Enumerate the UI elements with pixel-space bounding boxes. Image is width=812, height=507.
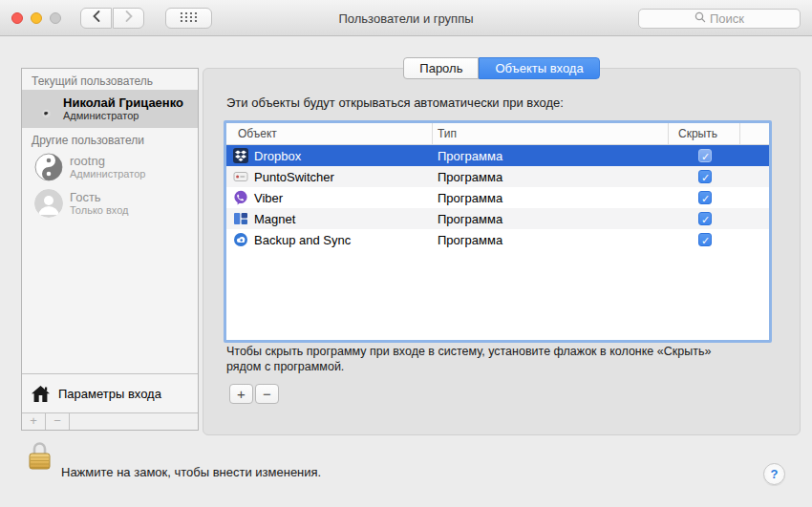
login-items-add-remove: + − [229, 384, 279, 404]
app-name: Backup and Sync [254, 233, 351, 247]
puntoswitcher-icon [233, 169, 248, 184]
hide-checkbox[interactable] [698, 212, 712, 225]
hide-checkbox[interactable] [698, 170, 712, 183]
hide-checkbox[interactable] [698, 149, 712, 162]
guest-avatar [34, 189, 63, 218]
table-row[interactable]: Magnet Программа [226, 208, 769, 229]
app-name: PuntoSwitcher [254, 170, 334, 184]
table-row[interactable]: PuntoSwitcher Программа [226, 166, 769, 187]
app-name: Viber [254, 191, 283, 205]
column-header-type[interactable]: Тип [433, 123, 669, 144]
user-name: Гость [70, 190, 129, 204]
users-groups-window: Пользователи и группы Поиск Текущий поль… [0, 0, 812, 507]
footer: Нажмите на замок, чтобы внести изменения… [0, 450, 812, 507]
hide-checkbox[interactable] [698, 191, 712, 204]
column-header-trailing [740, 123, 769, 144]
hide-checkbox[interactable] [698, 233, 712, 246]
user-name: rootng [70, 154, 145, 168]
lock-closed-icon[interactable] [28, 438, 52, 475]
current-user-header: Текущий пользователь [22, 69, 198, 90]
help-button[interactable]: ? [763, 463, 785, 485]
sidebar-item-user[interactable]: rootng Администратор [22, 149, 198, 185]
login-options-label: Параметры входа [58, 387, 161, 401]
app-type: Программа [433, 170, 669, 184]
current-user-name: Николай Грицаенко [63, 95, 183, 110]
lock-hint-text: Нажмите на замок, чтобы внести изменения… [61, 465, 321, 479]
yinyang-avatar [34, 153, 63, 181]
title-bar: Пользователи и группы Поиск [0, 0, 812, 36]
user-role: Администратор [70, 168, 145, 180]
other-users-header: Другие пользователи [22, 128, 198, 149]
tab-password[interactable]: Пароль [403, 57, 479, 79]
column-header-object[interactable]: Объект [226, 123, 433, 144]
app-type: Программа [433, 191, 669, 205]
table-header: Объект Тип Скрыть [226, 123, 769, 145]
remove-login-item-button[interactable]: − [255, 384, 279, 404]
add-login-item-button[interactable]: + [229, 384, 253, 404]
user-role: Только вход [70, 204, 129, 217]
viber-icon [233, 190, 248, 205]
app-type: Программа [433, 233, 669, 247]
app-name: Dropbox [254, 149, 301, 163]
magnet-icon [233, 211, 248, 226]
search-placeholder: Поиск [710, 11, 744, 26]
user-list-sidebar: Текущий пользователь Николай Грицаенко А… [21, 68, 199, 431]
eightball-avatar [28, 95, 56, 123]
tab-login-items[interactable]: Объекты входа [479, 57, 599, 79]
sidebar-item-user[interactable]: Гость Только вход [22, 185, 198, 222]
login-items-table: Объект Тип Скрыть Dropbox Программа Punt… [224, 120, 772, 343]
app-type: Программа [433, 212, 669, 226]
sidebar-remove-user-button[interactable]: − [46, 413, 70, 430]
search-input[interactable]: Поиск [638, 9, 801, 29]
table-row[interactable]: Viber Программа [226, 187, 769, 208]
app-name: Magnet [254, 212, 295, 226]
login-items-description: Эти объекты будут открываться автоматиче… [226, 95, 564, 110]
table-row[interactable]: Backup and Sync Программа [226, 229, 769, 250]
search-icon [694, 11, 706, 26]
backup-and-sync-icon [233, 232, 248, 247]
sidebar-add-remove-bar: + − [22, 412, 198, 430]
sidebar-add-user-button[interactable]: + [22, 413, 46, 430]
tab-bar: Пароль Объекты входа [203, 57, 801, 79]
other-users-list: rootng Администратор Гость Только вход [22, 149, 198, 222]
home-icon [31, 385, 51, 403]
sidebar-item-login-options[interactable]: Параметры входа [22, 373, 198, 412]
dropbox-icon [233, 148, 248, 163]
sidebar-item-current-user[interactable]: Николай Грицаенко Администратор [22, 90, 198, 128]
hide-hint-text: Чтобы скрыть программу при входе в систе… [226, 345, 809, 374]
column-header-hide[interactable]: Скрыть [669, 123, 740, 144]
app-type: Программа [433, 149, 669, 163]
table-row[interactable]: Dropbox Программа [226, 145, 769, 166]
login-items-body: Dropbox Программа PuntoSwitcher Программ… [226, 145, 769, 250]
current-user-role: Администратор [63, 110, 183, 122]
